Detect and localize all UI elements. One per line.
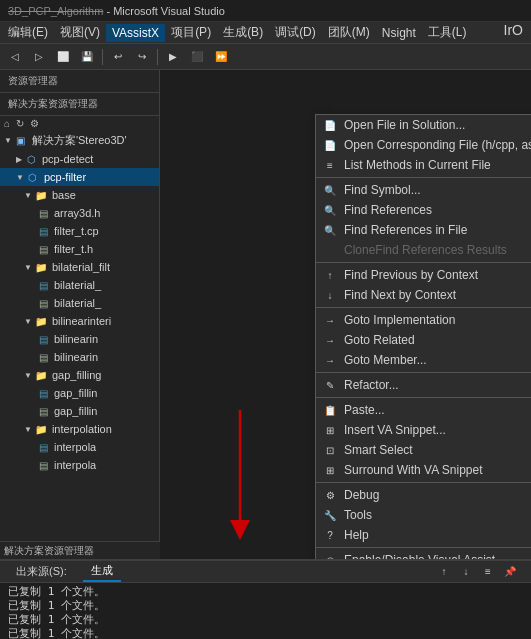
sidebar-search-icon[interactable]: ⚙ [30,118,39,129]
sidebar-item-gap-h[interactable]: ▤ gap_fillin [0,402,159,420]
sidebar-item-bilinear-h[interactable]: ▤ bilinearin [0,348,159,366]
toolbar: ◁ ▷ ⬜ 💾 ↩ ↪ ▶ ⬛ ⏩ [0,44,531,70]
sidebar-item-bilaterial-h[interactable]: ▤ bilaterial_ [0,294,159,312]
bottom-panel-header: 出来源(S): 生成 ↑ ↓ ≡ 📌 [0,561,531,583]
menu-tools[interactable]: 工具(L) [422,22,473,43]
sidebar-item-interp-folder[interactable]: ▼ 📁 interpolation [0,420,159,438]
build-prefix-3: 已复制 [8,613,41,626]
toolbar-btn-3[interactable]: ⬜ [52,46,74,68]
expand-arrow-base: ▼ [24,191,32,200]
bilinear-h-icon: ▤ [36,350,50,364]
menu-paste[interactable]: 📋 Paste... Ctrl+Shift+V [316,400,531,420]
menu-vassistx[interactable]: VAssistX [106,24,165,42]
toolbar-btn-6[interactable]: ↪ [131,46,153,68]
gap-label: gap_filling [52,369,102,381]
folder-bilaterial-icon: 📁 [34,260,48,274]
sidebar-item-base[interactable]: ▼ 📁 base [0,186,159,204]
toolbar-btn-4[interactable]: 💾 [76,46,98,68]
content-area: 📄 Open File in Solution... Shift+Alt+O 📄… [160,70,531,559]
menu-find-references-file[interactable]: 🔍 Find References in File [316,220,531,240]
menu-enable-disable[interactable]: ◉ Enable/Disable Visual Assist [316,550,531,559]
menu-find-next[interactable]: ↓ Find Next by Context [316,285,531,305]
sidebar-home-icon[interactable]: ⌂ [4,118,10,129]
array3d-icon: ▤ [36,206,50,220]
find-symbol-label: Find Symbol... [344,183,421,197]
bottom-tab-build[interactable]: 生成 [83,561,121,582]
bottom-panel: 出来源(S): 生成 ↑ ↓ ≡ 📌 已复制 1 个文件。 已复制 1 个文件。… [0,559,531,639]
menu-nsight[interactable]: Nsight [376,24,422,42]
sidebar-item-interp-cpp[interactable]: ▤ interpola [0,438,159,456]
sidebar-item-array3d[interactable]: ▤ array3d.h [0,204,159,222]
bottom-tool-up[interactable]: ↑ [435,563,453,581]
sidebar: 资源管理器 解决方案资源管理器 ⌂ ↻ ⚙ ▼ ▣ 解决方案'Stereo3D'… [0,70,160,559]
toolbar-btn-5[interactable]: ↩ [107,46,129,68]
bottom-tab-source[interactable]: 出来源(S): [8,562,75,581]
surround-icon: ⊞ [322,462,338,478]
tools-icon: 🔧 [322,507,338,523]
open-corr-label: Open Corresponding File (h/cpp, aspx/cs) [344,138,531,152]
folder-bilinear-icon: 📁 [34,314,48,328]
title-strike: 3D_PCP_Algorithm [8,5,103,17]
sidebar-item-solution[interactable]: ▼ ▣ 解决方案'Stereo3D' [0,131,159,150]
menu-list-methods[interactable]: ≡ List Methods in Current File Alt+M [316,155,531,175]
menu-open-corresponding[interactable]: 📄 Open Corresponding File (h/cpp, aspx/c… [316,135,531,155]
expand-arrow-bilaterial: ▼ [24,263,32,272]
menu-goto-member[interactable]: → Goto Member... [316,350,531,370]
menu-team[interactable]: 团队(M) [322,22,376,43]
menu-smart-select[interactable]: ⊡ Smart Select ▶ [316,440,531,460]
sidebar-item-filter-h[interactable]: ▤ filter_t.h [0,240,159,258]
toolbar-btn-1[interactable]: ◁ [4,46,26,68]
find-ref-label: Find References [344,203,432,217]
goto-member-label: Goto Member... [344,353,427,367]
menu-refactor[interactable]: ✎ Refactor... ▶ [316,375,531,395]
sidebar-item-bilinear-folder[interactable]: ▼ 📁 bilinearinteri [0,312,159,330]
build-count-2: 1 个文件。 [48,599,105,612]
toolbar-btn-2[interactable]: ▷ [28,46,50,68]
sidebar-item-gap-cpp[interactable]: ▤ gap_fillin [0,384,159,402]
folder-base-icon: 📁 [34,188,48,202]
sidebar-item-filter-cpp[interactable]: ▤ filter_t.cp [0,222,159,240]
bottom-tool-clear[interactable]: ≡ [479,563,497,581]
menu-edit[interactable]: 编辑(E) [2,22,54,43]
toolbar-btn-9[interactable]: ⏩ [210,46,232,68]
sidebar-footer-label: 解决方案资源管理器 [4,544,94,558]
bottom-tool-pin[interactable]: 📌 [501,563,519,581]
menu-debug[interactable]: ⚙ Debug ▶ [316,485,531,505]
interp-cpp-label: interpola [54,441,96,453]
toolbar-btn-7[interactable]: ▶ [162,46,184,68]
sidebar-item-bilaterial-cpp[interactable]: ▤ bilaterial_ [0,276,159,294]
insert-snippet-label: Insert VA Snippet... [344,423,446,437]
menu-project[interactable]: 项目(P) [165,22,217,43]
menu-build[interactable]: 生成(B) [217,22,269,43]
title-bar: 3D_PCP_Algorithm - Microsoft Visual Stud… [0,0,531,22]
sidebar-item-bilaterial-folder[interactable]: ▼ 📁 bilaterial_filt [0,258,159,276]
bottom-tool-down[interactable]: ↓ [457,563,475,581]
menu-goto-impl[interactable]: → Goto Implementation Alt+G [316,310,531,330]
build-count-3: 1 个文件。 [48,613,105,626]
menu-find-references[interactable]: 🔍 Find References Shift+Alt+F [316,200,531,220]
tools-label: Tools [344,508,372,522]
dropdown-overlay: 📄 Open File in Solution... Shift+Alt+O 📄… [160,70,531,559]
sidebar-item-pcp-filter[interactable]: ▼ ⬡ pcp-filter [0,168,159,186]
menu-view[interactable]: 视图(V) [54,22,106,43]
menu-clone-find: CloneFind References Results [316,240,531,260]
menu-find-prev[interactable]: ↑ Find Previous by Context [316,265,531,285]
sidebar-item-bilinear-cpp[interactable]: ▤ bilinearin [0,330,159,348]
menu-surround[interactable]: ⊞ Surround With VA Snippet [316,460,531,480]
sidebar-item-gap-folder[interactable]: ▼ 📁 gap_filling [0,366,159,384]
menu-tools[interactable]: 🔧 Tools ▶ [316,505,531,525]
menu-goto-related[interactable]: → Goto Related Shift+Alt+G [316,330,531,350]
sidebar-item-interp-h[interactable]: ▤ interpola [0,456,159,474]
find-next-label: Find Next by Context [344,288,456,302]
goto-impl-icon: → [322,312,338,328]
sidebar-refresh-icon[interactable]: ↻ [16,118,24,129]
menu-insert-snippet[interactable]: ⊞ Insert VA Snippet... [316,420,531,440]
menu-open-file[interactable]: 📄 Open File in Solution... Shift+Alt+O [316,115,531,135]
menu-help[interactable]: ? Help ▶ [316,525,531,545]
menu-find-symbol[interactable]: 🔍 Find Symbol... Shift+Alt+S [316,180,531,200]
sidebar-item-pcp-detect[interactable]: ▶ ⬡ pcp-detect [0,150,159,168]
toolbar-btn-8[interactable]: ⬛ [186,46,208,68]
folder-gap-icon: 📁 [34,368,48,382]
menu-debug[interactable]: 调试(D) [269,22,322,43]
solution-label: 解决方案'Stereo3D' [32,133,127,148]
